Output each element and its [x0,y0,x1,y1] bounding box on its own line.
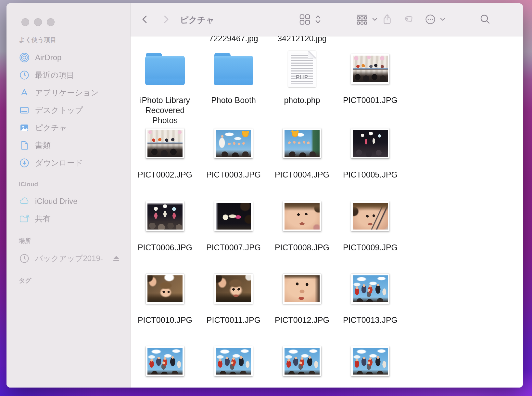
eject-icon[interactable] [112,255,120,262]
file-item[interactable]: PICT0002.JPG [133,122,197,180]
file-label[interactable]: PICT0003.JPG [206,170,261,180]
photo-thumbnail [214,274,253,304]
sidebar-section-label: iCloud [19,181,130,188]
file-label[interactable]: PICT0006.JPG [138,243,192,253]
file-icon-slot [146,195,184,237]
sidebar-item-backup-2019[interactable]: バックアップ2019- [6,250,130,267]
file-item[interactable]: PICT0009.JPG [338,195,403,253]
photo-thumbnail [146,274,184,304]
file-label[interactable]: PICT0010.JPG [138,315,192,325]
photo-thumbnail [351,54,389,84]
sidebar-item-shared[interactable]: 共有 [6,210,130,228]
file-item[interactable] [133,340,197,382]
file-item[interactable]: PICT0010.JPG [133,268,197,325]
file-item[interactable]: PICT0004.JPG [270,122,335,180]
window-controls [21,18,55,26]
file-label[interactable]: PICT0011.JPG [207,315,260,325]
share-icon [381,13,393,26]
sidebar-item-applications[interactable]: アプリケーション [6,84,130,101]
file-item[interactable]: PICT0013.JPG [338,268,403,325]
document-icon [19,140,30,151]
file-label[interactable]: PICT0001.JPG [343,95,398,105]
photo-image [285,348,320,375]
file-item[interactable]: iPhoto Library Recovered Photos [133,48,197,125]
file-label[interactable]: PICT0012.JPG [275,315,329,325]
file-item[interactable] [338,340,403,382]
file-item[interactable]: PICT0006.JPG [133,195,197,253]
file-label[interactable]: PICT0008.JPG [275,243,329,253]
file-label-partial[interactable]: 34212120.jpg [270,36,335,43]
sidebar-item-pictures[interactable]: ピクチャ [6,119,130,137]
file-item[interactable]: PICT0003.JPG [201,122,266,180]
sidebar-item-label: AirDrop [35,53,61,62]
file-label-partial[interactable]: 72229467.jpg [201,36,266,43]
more-options-button[interactable] [424,13,446,26]
sidebar-sections: よく使う項目AirDrop最近の項目アプリケーションデスクトップピクチャ書類ダウ… [6,36,130,285]
share-button[interactable] [381,13,393,26]
file-item[interactable]: PICT0007.JPG [201,195,266,253]
sidebar-item-icloud-drive[interactable]: iCloud Drive [6,192,130,210]
sidebar-item-recents[interactable]: 最近の項目 [6,66,130,84]
file-icon-slot [351,268,389,310]
search-button[interactable] [479,13,491,26]
sidebar-section-tags: タグ [6,276,130,285]
time-machine-icon [19,253,30,264]
file-label[interactable]: PICT0005.JPG [343,170,398,180]
back-button[interactable] [140,14,151,26]
chevron-left-icon [140,14,151,26]
file-item[interactable]: PHPphoto.php [270,48,335,105]
tag-icon [403,13,415,26]
forward-button[interactable] [161,14,172,26]
shared-folder-icon [19,213,30,224]
photo-image [353,203,388,230]
sidebar-item-label: ピクチャ [35,123,67,133]
file-item[interactable]: PICT0001.JPG [338,48,403,105]
minimize-button[interactable] [34,18,42,26]
sidebar-item-airdrop[interactable]: AirDrop [6,49,130,66]
file-label[interactable]: PICT0013.JPG [343,315,398,325]
photo-image [216,203,251,230]
file-label[interactable]: PICT0004.JPG [275,170,329,180]
file-label[interactable]: Photo Booth [211,95,256,105]
file-icon-slot [146,268,184,310]
sidebar-item-label: iCloud Drive [35,197,78,206]
photo-thumbnail [214,346,253,376]
file-icon-slot [214,48,253,90]
photo-thumbnail [283,128,321,158]
view-mode-button[interactable] [299,13,322,26]
chevron-up-down-icon [314,13,322,26]
zoom-button[interactable] [47,18,55,26]
file-item[interactable]: PICT0005.JPG [338,122,403,180]
sidebar-item-desktop[interactable]: デスクトップ [6,101,130,119]
sidebar-item-label: 最近の項目 [35,70,74,80]
photo-image [216,348,251,375]
photo-image [353,130,388,157]
file-item[interactable]: PICT0008.JPG [270,195,335,253]
download-icon [19,157,30,168]
file-label[interactable]: iPhoto Library Recovered Photos [133,95,197,125]
file-item[interactable]: Photo Booth [201,48,266,105]
close-button[interactable] [21,18,29,26]
file-item[interactable]: PICT0011.JPG [201,268,266,325]
file-label[interactable]: photo.php [284,95,320,105]
file-item[interactable] [270,340,335,382]
sidebar-section-label: よく使う項目 [19,36,130,44]
file-label[interactable]: PICT0009.JPG [343,243,398,253]
sidebar-item-downloads[interactable]: ダウンロード [6,154,130,172]
file-label[interactable]: PICT0007.JPG [206,243,261,253]
group-by-button[interactable] [356,13,378,26]
file-item[interactable]: PICT0012.JPG [270,268,335,325]
file-icon-slot [214,195,253,237]
sidebar-item-label: バックアップ2019- [35,253,103,264]
sidebar-item-label: 共有 [35,214,51,224]
php-file-icon: PHP [288,51,316,87]
sidebar-item-documents[interactable]: 書類 [6,137,130,154]
photo-image [216,130,251,157]
tag-button[interactable] [403,13,415,26]
file-type-badge: PHP [288,74,316,81]
window-title: ピクチャ [180,14,214,25]
file-item[interactable] [201,340,266,382]
finder-window: よく使う項目AirDrop最近の項目アプリケーションデスクトップピクチャ書類ダウ… [6,3,523,388]
file-icon-slot [283,340,321,382]
file-label[interactable]: PICT0002.JPG [138,170,192,180]
